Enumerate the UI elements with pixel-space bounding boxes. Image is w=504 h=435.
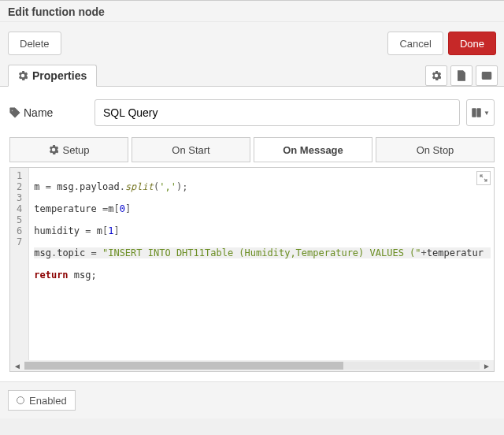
- name-label: Name: [9, 106, 88, 119]
- name-menu-button[interactable]: ▼: [466, 99, 495, 126]
- tab-setup[interactable]: Setup: [9, 137, 128, 162]
- book-icon: [471, 107, 482, 118]
- tab-properties-label: Properties: [32, 69, 87, 82]
- tab-on-stop[interactable]: On Stop: [376, 137, 495, 162]
- code-area[interactable]: m = msg.payload.split(','); temperature …: [29, 168, 494, 360]
- tab-properties[interactable]: Properties: [8, 65, 97, 87]
- svg-point-1: [485, 74, 488, 77]
- expand-icon: [480, 174, 487, 182]
- panel-title: Edit function node: [0, 0, 504, 22]
- gear-icon: [18, 71, 28, 80]
- expand-editor-button[interactable]: [476, 171, 491, 185]
- appearance-icon: [481, 70, 492, 81]
- chevron-down-icon: ▼: [484, 110, 490, 117]
- document-icon: [456, 70, 467, 81]
- tool-doc-button[interactable]: [450, 65, 472, 86]
- tool-appearance-button[interactable]: [476, 65, 498, 86]
- tab-on-message[interactable]: On Message: [254, 137, 372, 162]
- gear-icon: [49, 145, 58, 154]
- scroll-thumb[interactable]: [24, 362, 343, 370]
- tool-settings-button[interactable]: [425, 65, 447, 86]
- cancel-button[interactable]: Cancel: [387, 32, 443, 55]
- circle-icon: [17, 396, 24, 404]
- enabled-toggle[interactable]: Enabled: [8, 390, 76, 411]
- done-button[interactable]: Done: [448, 32, 496, 55]
- tab-on-start[interactable]: On Start: [132, 137, 250, 162]
- scroll-right-arrow[interactable]: ►: [481, 361, 492, 370]
- code-editor[interactable]: 1 2 3 4 5 6 7 m = msg.payload.split(',')…: [9, 167, 495, 372]
- gear-icon: [432, 71, 441, 80]
- horizontal-scrollbar[interactable]: ◄ ►: [10, 360, 494, 371]
- scroll-left-arrow[interactable]: ◄: [12, 361, 23, 370]
- name-input[interactable]: [94, 99, 460, 126]
- tag-icon: [9, 107, 20, 118]
- delete-button[interactable]: Delete: [8, 32, 61, 55]
- gutter: 1 2 3 4 5 6 7: [10, 168, 29, 360]
